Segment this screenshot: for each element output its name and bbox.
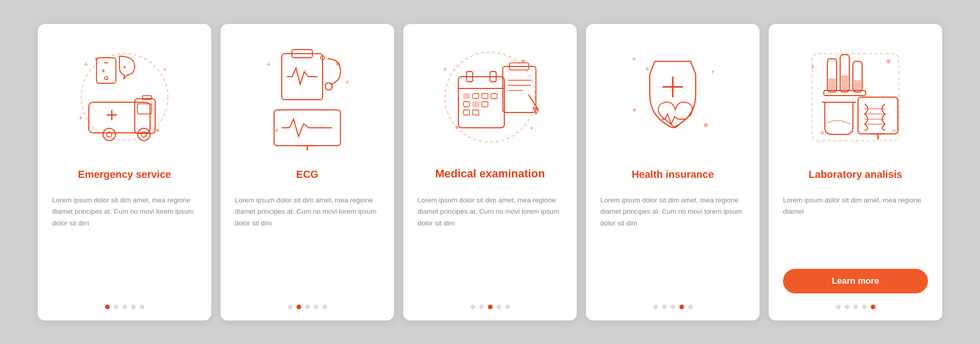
svg-point-69	[821, 131, 824, 134]
svg-text:+: +	[266, 60, 271, 68]
svg-text:+: +	[632, 55, 636, 63]
svg-text:+: +	[892, 127, 896, 134]
svg-rect-44	[482, 94, 488, 99]
svg-rect-47	[473, 102, 479, 107]
svg-text:+: +	[84, 60, 88, 68]
dot-4	[497, 305, 501, 309]
svg-rect-45	[491, 94, 497, 99]
dot-2	[662, 305, 667, 309]
card-title-laboratory: Laboratory analisis	[808, 161, 902, 188]
svg-rect-74	[841, 75, 848, 90]
dot-1	[653, 305, 658, 309]
card-dots-emergency	[105, 305, 144, 309]
svg-text:+: +	[711, 68, 715, 76]
svg-rect-43	[473, 94, 479, 99]
svg-text:+: +	[346, 79, 349, 86]
dot-5	[505, 305, 510, 309]
svg-text:+: +	[163, 66, 166, 73]
dot-2	[479, 305, 484, 309]
card-laboratory: + +	[769, 24, 942, 320]
dot-5	[871, 305, 875, 309]
svg-point-60	[704, 123, 708, 127]
svg-text:+: +	[530, 125, 533, 132]
dot-3	[488, 305, 493, 309]
learn-more-button[interactable]: Learn more	[783, 269, 928, 293]
card-health-insurance: + + Health insurance Lorem ipsum dolor s…	[586, 24, 760, 320]
dot-1	[288, 305, 292, 309]
svg-rect-42	[463, 94, 470, 99]
card-dots-health-insurance	[653, 305, 693, 309]
svg-rect-75	[854, 80, 861, 90]
svg-text:+: +	[811, 62, 815, 71]
svg-rect-51	[503, 66, 536, 112]
cards-container: + + + + +	[21, 12, 959, 333]
svg-point-61	[633, 108, 636, 111]
dot-4	[314, 305, 318, 309]
svg-point-27	[325, 83, 332, 90]
dot-1	[836, 305, 841, 309]
dot-3	[671, 305, 675, 309]
dot-2	[845, 305, 849, 309]
svg-point-68	[887, 59, 891, 63]
ecg-icon: + +	[251, 43, 363, 151]
card-body-laboratory: Lorem ipsum dolor sit dim amet, mea regi…	[783, 195, 928, 260]
health-insurance-icon: + +	[617, 43, 729, 151]
svg-point-37	[455, 126, 458, 129]
svg-rect-46	[463, 102, 470, 107]
dot-3	[853, 305, 858, 309]
dot-5	[688, 305, 693, 309]
card-icon-area-emergency: + + + + +	[52, 38, 197, 156]
card-body-ecg: Lorem ipsum dolor sit dim amet, mea regi…	[235, 195, 380, 293]
dot-3	[305, 305, 310, 309]
card-icon-area-ecg: + +	[235, 38, 380, 156]
svg-text:+: +	[123, 64, 126, 70]
dot-4	[131, 305, 136, 309]
ambulance-icon: + + + + +	[68, 43, 181, 151]
svg-text:+: +	[443, 65, 447, 73]
card-body-medical-exam: Lorem ipsum dolor sit dim amet, mea regi…	[418, 195, 562, 293]
dot-1	[471, 305, 475, 309]
svg-rect-73	[828, 78, 836, 90]
dot-4	[679, 305, 684, 309]
svg-point-24	[275, 129, 278, 132]
card-ecg: + + ECG Lo	[220, 24, 394, 320]
svg-point-17	[103, 128, 115, 141]
card-icon-area-health-insurance: + +	[600, 38, 745, 156]
medical-exam-icon: + +	[434, 43, 546, 151]
svg-text:+: +	[79, 113, 83, 122]
card-icon-area-medical-exam: + +	[418, 38, 562, 156]
dot-5	[140, 305, 144, 309]
card-medical-examination: + +	[403, 24, 577, 320]
card-emergency: + + + + +	[38, 24, 211, 320]
dot-2	[114, 305, 118, 309]
svg-rect-48	[482, 102, 488, 107]
svg-rect-11	[89, 102, 150, 133]
svg-rect-76	[824, 90, 866, 96]
dot-3	[122, 305, 127, 309]
card-dots-laboratory	[836, 305, 875, 309]
svg-rect-49	[463, 110, 470, 115]
card-title-medical-exam: Medical examination	[435, 161, 545, 188]
card-body-health-insurance: Lorem ipsum dolor sit dim amet, mea regi…	[600, 195, 745, 293]
card-icon-area-laboratory: + +	[783, 38, 928, 156]
dot-5	[323, 305, 327, 309]
svg-point-62	[646, 67, 649, 71]
laboratory-icon: + +	[799, 43, 912, 151]
card-title-emergency: Emergency service	[78, 161, 171, 188]
card-dots-medical-exam	[471, 305, 510, 309]
svg-text:+: +	[102, 67, 105, 75]
svg-point-19	[138, 128, 150, 141]
dot-4	[862, 305, 867, 309]
svg-point-4	[156, 129, 159, 132]
svg-rect-38	[458, 77, 504, 128]
dot-2	[297, 305, 301, 309]
svg-point-8	[105, 77, 108, 80]
card-body-emergency: Lorem ipsum dolor sit dim amet, mea regi…	[52, 195, 197, 293]
card-dots-ecg	[288, 305, 327, 309]
card-title-ecg: ECG	[296, 161, 318, 188]
svg-rect-50	[473, 110, 479, 115]
card-title-health-insurance: Health insurance	[631, 161, 714, 188]
dot-1	[105, 305, 110, 309]
